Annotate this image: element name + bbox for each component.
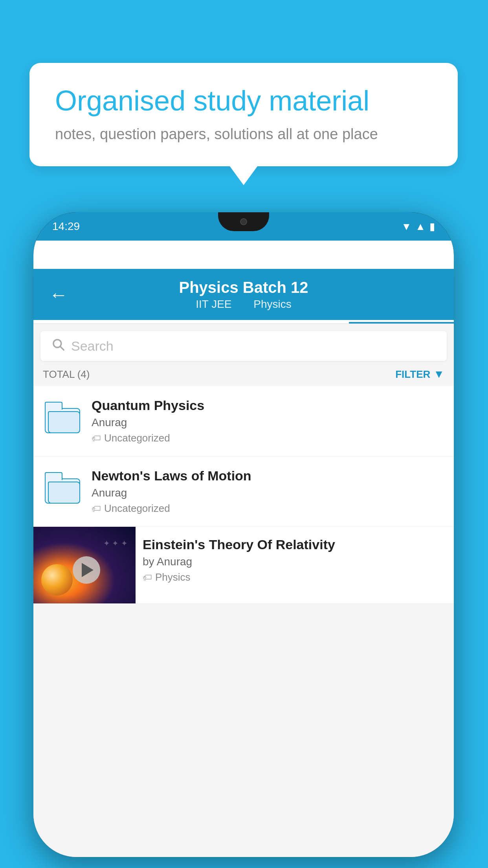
video-tag: 🏷 Uncategorized xyxy=(92,432,444,444)
speech-bubble: Organised study material notes, question… xyxy=(29,63,458,166)
total-label: TOTAL (4) xyxy=(43,368,90,381)
tag-icon: 🏷 xyxy=(92,433,101,444)
header-subtitle-physics: Physics xyxy=(253,298,291,310)
status-time: 14:29 xyxy=(52,220,80,233)
search-placeholder: Search xyxy=(71,338,114,354)
tag-icon: 🏷 xyxy=(92,503,101,514)
video-info: Einstein's Theory Of Relativity by Anura… xyxy=(136,527,454,594)
video-info: Newton's Laws of Motion Anurag 🏷 Uncateg… xyxy=(92,468,444,515)
content-area: Search TOTAL (4) FILTER ▼ xyxy=(33,324,454,857)
app-header: ← Physics Batch 12 IIT JEE Physics xyxy=(33,269,454,320)
thumbnail-image xyxy=(33,527,136,603)
phone-screen: ← Physics Batch 12 IIT JEE Physics MENTS… xyxy=(33,241,454,857)
battery-icon: ▮ xyxy=(429,221,435,233)
play-button[interactable] xyxy=(73,556,100,584)
list-item[interactable]: Quantum Physics Anurag 🏷 Uncategorized xyxy=(33,386,454,456)
filter-button[interactable]: FILTER ▼ xyxy=(395,368,444,381)
header-subtitle: IIT JEE Physics xyxy=(191,298,296,311)
video-author: by Anurag xyxy=(143,555,447,568)
folder-icon xyxy=(43,398,82,437)
list-item[interactable]: Newton's Laws of Motion Anurag 🏷 Uncateg… xyxy=(33,456,454,527)
svg-line-1 xyxy=(61,346,64,350)
search-bar[interactable]: Search xyxy=(40,331,447,361)
back-button[interactable]: ← xyxy=(49,284,68,305)
video-tag: 🏷 Physics xyxy=(143,571,447,583)
video-author: Anurag xyxy=(92,487,444,499)
phone-notch xyxy=(218,212,269,231)
video-title: Quantum Physics xyxy=(92,398,444,413)
video-title: Newton's Laws of Motion xyxy=(92,468,444,484)
header-title: Physics Batch 12 xyxy=(179,279,308,296)
planet-graphic xyxy=(41,564,73,596)
video-author: Anurag xyxy=(92,416,444,429)
tag-label: Uncategorized xyxy=(104,502,170,515)
filter-bar: TOTAL (4) FILTER ▼ xyxy=(33,361,454,386)
tag-icon: 🏷 xyxy=(143,572,152,583)
folder-icon xyxy=(43,468,82,508)
video-list: Quantum Physics Anurag 🏷 Uncategorized xyxy=(33,386,454,604)
video-tag: 🏷 Uncategorized xyxy=(92,502,444,515)
play-icon xyxy=(82,563,94,577)
header-subtitle-iitjee: IIT JEE xyxy=(196,298,231,310)
video-title: Einstein's Theory Of Relativity xyxy=(143,537,447,552)
search-icon xyxy=(51,338,65,355)
bubble-title: Organised study material xyxy=(55,85,432,117)
video-info: Quantum Physics Anurag 🏷 Uncategorized xyxy=(92,398,444,444)
status-icons: ▼ ▲ ▮ xyxy=(402,221,435,233)
list-item[interactable]: Einstein's Theory Of Relativity by Anura… xyxy=(33,527,454,604)
wifi-icon: ▼ xyxy=(402,221,412,233)
signal-icon: ▲ xyxy=(415,221,426,233)
phone-frame: 14:29 ▼ ▲ ▮ ← Physics Batch 12 IIT JEE P… xyxy=(33,212,454,857)
filter-icon: ▼ xyxy=(433,368,444,381)
video-thumbnail xyxy=(33,527,136,603)
tag-label: Physics xyxy=(155,571,191,583)
tag-label: Uncategorized xyxy=(104,432,170,444)
camera xyxy=(240,218,247,225)
filter-label: FILTER xyxy=(395,368,430,381)
bubble-subtitle: notes, question papers, solutions all at… xyxy=(55,126,432,143)
